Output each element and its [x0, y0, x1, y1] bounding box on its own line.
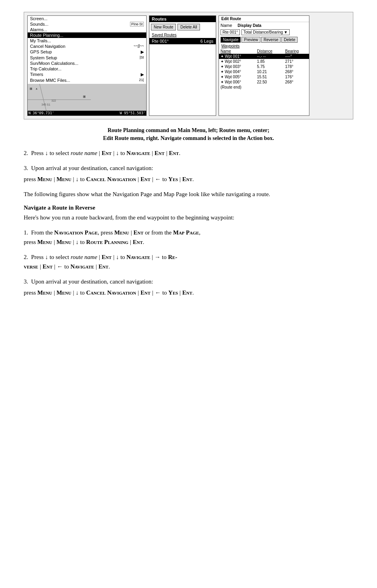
routes-title: Routes [149, 16, 216, 22]
new-route-button[interactable]: New Route [151, 24, 176, 30]
arrow-left-1 [155, 176, 161, 182]
yes-label: Yes [168, 176, 178, 182]
wp-distance: 10.21 [255, 69, 283, 74]
svg-text:∧: ∧ [36, 87, 38, 90]
wp-distance: 5.75 [255, 64, 283, 69]
wp-bearing: 178° [284, 64, 309, 69]
ent-label-1: Ent [102, 150, 111, 156]
routes-panel: Routes New Route Delete All Saved Routes… [149, 15, 216, 116]
map-page-label: Map Page [173, 229, 199, 236]
display-select[interactable]: Total Distance/Bearing ▼ [241, 29, 290, 35]
svg-text:345 S1: 345 S1 [41, 103, 50, 106]
nav-action-buttons: Navigate Preview Reverse Delete [219, 36, 309, 43]
delete-all-button[interactable]: Delete All [177, 24, 200, 30]
caption-line1: Route Planning command on Main Menu, lef… [107, 127, 269, 133]
arrow-left-n2 [155, 289, 161, 296]
waypoint-row[interactable]: ✦ Wpt 001°--.- ------° [219, 54, 309, 59]
ent-n6: Ent [141, 289, 151, 296]
body-para: The following figures show what the Navi… [24, 189, 353, 199]
wp-distance: --.- -- [255, 54, 283, 59]
arrow-down-n3 [116, 254, 119, 260]
wp-name: ✦ Wpt 001° [219, 54, 255, 59]
col-name: Name [219, 49, 255, 54]
wp-bearing: 176° [284, 74, 309, 79]
menu-2: Menu [57, 176, 71, 182]
waypoint-row[interactable]: ✦ Wpt 005°15.51176° [219, 74, 309, 79]
route-legs: 6 Legs [200, 39, 213, 43]
menu-panel: Screen... Sounds... Pine·St Alarms... Ro… [27, 15, 147, 116]
section-heading: Navigate a Route in Reverse [24, 204, 353, 211]
reverse-button[interactable]: Reverse [261, 37, 281, 43]
menu-item-timers[interactable]: Timers ▶ [28, 72, 146, 78]
menu-item-sun-moon[interactable]: Sun/Moon Calculations... [28, 61, 146, 66]
cancel-nav-label: Cancel Navigation [86, 176, 136, 182]
wp-bearing: 271° [284, 59, 309, 64]
ent-n1: Ent [134, 229, 143, 236]
arrow-right-n1 [155, 254, 160, 260]
ent-label-2: Ent [155, 150, 164, 156]
arrow-left-n1 [57, 263, 63, 270]
ent-n5: Ent [98, 263, 108, 270]
ent-4: Ent [141, 176, 151, 182]
wp-bearing: 268° [284, 79, 309, 85]
menu-item-sounds[interactable]: Sounds... Pine·St [28, 21, 146, 27]
coord-lon: W 95°51.503' [120, 111, 145, 115]
wp-distance: 22.50 [255, 79, 283, 85]
delete-button[interactable]: Delete [281, 37, 298, 43]
preview-button[interactable]: Preview [241, 37, 260, 43]
menu-n4: Menu [38, 289, 52, 296]
rte-name-box[interactable]: Rte 001° [221, 29, 240, 35]
yes-label-2: Yes [168, 289, 178, 296]
wp-distance [255, 85, 283, 90]
wp-name: ✦ Wpt 003° [219, 64, 255, 69]
menu-item-my-trails[interactable]: My Trails... [28, 38, 146, 43]
waypoint-row[interactable]: (Route end) [219, 85, 309, 90]
nav-instruction-3: 3. Upon arrival at your destination, can… [24, 277, 353, 297]
navigate-label-3: Navigate [70, 263, 94, 270]
menu-item-alarms[interactable]: Alarms... [28, 27, 146, 32]
arrow-down-n2 [45, 254, 48, 260]
nav-instruction-2: 2. Press to select route name | Ent | to… [24, 252, 353, 271]
menu-item-screen[interactable]: Screen... [28, 16, 146, 21]
menu-1: Menu [38, 176, 52, 182]
arrow-down-3 [75, 176, 79, 182]
routes-buttons: New Route Delete All [149, 22, 216, 32]
menu-n2: Menu [38, 239, 52, 245]
ent-label-3: Ent [169, 150, 179, 156]
ent-n2: Ent [133, 239, 143, 245]
ent-n4: Ent [43, 263, 53, 270]
map-coords: N 36°09.731' W 95°51.503' [28, 111, 146, 115]
navigate-button[interactable]: Navigate [221, 37, 241, 43]
waypoint-row[interactable]: ✦ Wpt 002°1.85271° [219, 59, 309, 64]
name-label: Name [221, 23, 232, 28]
waypoint-row[interactable]: ✦ Wpt 004°10.21268° [219, 69, 309, 74]
edit-rte-row: Rte 001° Total Distance/Bearing ▼ [219, 28, 309, 36]
menu-item-cancel-nav[interactable]: Cancel Navigation ~~∫∫~~ [28, 43, 146, 49]
wp-bearing [284, 85, 309, 90]
svg-text:322: 322 [51, 99, 56, 102]
menu-item-gps-setup[interactable]: GPS Setup ▶ [28, 49, 146, 55]
menu-n3: Menu [57, 239, 71, 245]
route-row[interactable]: Rte 001° 6 Legs [149, 38, 216, 44]
ent-n7: Ent [182, 289, 192, 296]
section-body: Here's how you run a route backward, fro… [24, 213, 353, 222]
wp-bearing: ----° [284, 54, 309, 59]
coord-lat: N 36°09.731' [28, 111, 54, 115]
waypoint-row[interactable]: ✦ Wpt 003°5.75178° [219, 64, 309, 69]
wp-distance: 1.85 [255, 59, 283, 64]
map-display: ⊞ ∧ ⊞ 345 S1 322 ⊞ ☰ ⊡ Gri ☰ ⊞ ≡ N 36°09… [28, 84, 146, 115]
wp-name: ✦ Wpt 004° [219, 69, 255, 74]
menu-item-route-planning[interactable]: Route Planning... [28, 32, 146, 38]
caption-line2: Edit Route menu, right. Navigate command… [103, 135, 274, 141]
nav-instruction-1: 1. From the Navigation Page, press Menu … [24, 228, 353, 247]
edit-name-row: Name Display Data [219, 22, 309, 28]
route-name-term: route name [71, 150, 97, 156]
edit-route-title: Edit Route [219, 16, 309, 22]
waypoints-table: Name Distance Bearing ✦ Wpt 001°--.- ---… [219, 49, 309, 90]
waypoint-row[interactable]: ✦ Wpt 006°22.50268° [219, 79, 309, 85]
navigate-label: Navigate [126, 150, 150, 156]
menu-item-system-setup[interactable]: System Setup |St [28, 55, 146, 61]
screenshot-area: Screen... Sounds... Pine·St Alarms... Ro… [24, 12, 353, 119]
menu-item-trip-calc[interactable]: Trip Calculator... [28, 66, 146, 72]
menu-item-browse-mmc[interactable]: Browse MMC Files... 21| [28, 78, 146, 83]
